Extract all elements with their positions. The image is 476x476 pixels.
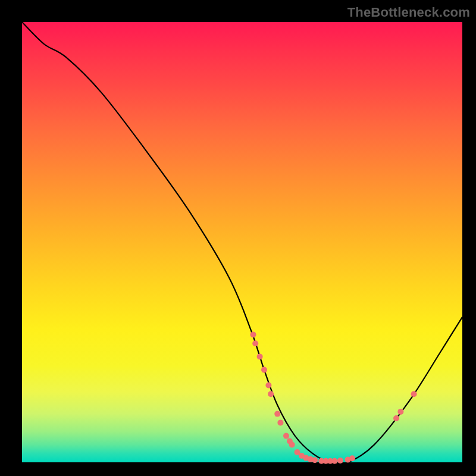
data-markers <box>250 331 417 464</box>
curve-layer <box>22 22 462 462</box>
data-marker <box>411 391 417 397</box>
data-marker <box>397 409 403 415</box>
data-marker <box>277 419 283 425</box>
data-marker <box>289 441 295 447</box>
data-marker <box>257 353 263 359</box>
data-marker <box>268 391 274 397</box>
data-marker <box>283 433 289 439</box>
chart-container: TheBottleneck.com <box>0 0 476 476</box>
plot-area <box>22 22 462 462</box>
data-marker <box>393 415 399 421</box>
data-marker <box>274 411 280 417</box>
bottleneck-curve <box>22 22 462 464</box>
data-marker <box>261 367 267 373</box>
watermark-label: TheBottleneck.com <box>347 5 470 20</box>
data-marker <box>349 455 355 461</box>
data-marker <box>312 457 318 463</box>
data-marker <box>265 383 271 389</box>
data-marker <box>337 458 343 464</box>
data-marker <box>331 458 337 464</box>
data-marker <box>250 331 256 337</box>
data-marker <box>252 340 258 346</box>
